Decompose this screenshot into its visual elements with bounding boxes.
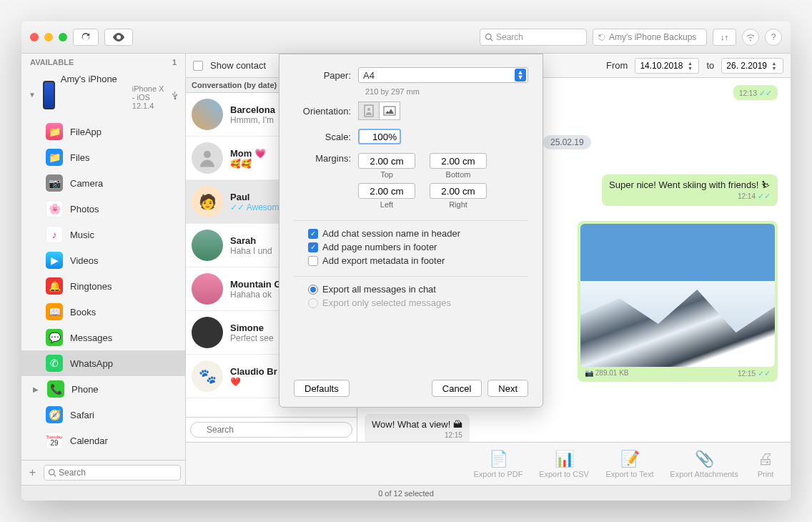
attachment-icon: 📎 — [665, 450, 743, 468]
sidebar-item-fileapp[interactable]: 📁FileApp — [21, 119, 185, 144]
checkbox-icon: ✓ — [308, 229, 318, 239]
read-ticks-icon: ✓✓ — [758, 192, 771, 200]
minimize-window-button[interactable] — [44, 33, 53, 41]
dropdown-icon: ▲▼ — [515, 69, 526, 82]
view-button[interactable] — [104, 29, 133, 46]
radio-label: Export all messages in chat — [322, 284, 436, 295]
fileapp-icon: 📁 — [46, 123, 63, 140]
help-button[interactable]: ? — [765, 29, 782, 46]
device-row[interactable]: ▼ Amy's iPhone iPhone X - iOS 12.1.4 — [21, 71, 185, 119]
footer-label: Print — [748, 470, 783, 478]
defaults-button[interactable]: Defaults — [294, 380, 350, 397]
conv-name: Paul — [230, 192, 284, 202]
sidebar-item-whatsapp[interactable]: ✆WhatsApp — [21, 350, 185, 376]
radio-icon — [308, 298, 318, 308]
wifi-button[interactable] — [742, 29, 759, 46]
message-text: Wow! What a view! 🏔 — [372, 419, 462, 430]
sidebar-item-videos[interactable]: ▶Videos — [21, 247, 185, 273]
toolbar-search[interactable]: Search — [480, 29, 587, 46]
device-name: Amy's iPhone — [61, 74, 167, 84]
conv-preview: Hmmm, I'm — [230, 115, 275, 125]
margin-left-label: Left — [358, 200, 415, 209]
sidebar-header: AVAILABLE — [30, 58, 74, 67]
message-text: Super nice! Went skiing with friends! ⛷ — [609, 179, 771, 190]
margin-bottom-input[interactable] — [430, 153, 487, 169]
disclosure-icon[interactable]: ▶ — [33, 385, 39, 393]
backups-selector[interactable]: Amy's iPhone Backups — [593, 29, 707, 46]
sidebar-item-files[interactable]: 📁Files — [21, 144, 185, 170]
add-button[interactable]: + — [26, 466, 39, 479]
stepper-icon[interactable]: ▲▼ — [770, 61, 778, 71]
maximize-window-button[interactable] — [59, 33, 67, 41]
avatar — [192, 317, 223, 348]
message-time: 12:15 — [372, 431, 462, 439]
sidebar-item-music[interactable]: ♪Music — [21, 222, 185, 247]
margin-right-label: Right — [430, 200, 487, 209]
avatar: 🧑 — [192, 186, 223, 217]
export-csv-button[interactable]: 📊Export to CSV — [533, 450, 595, 478]
margins-label: Margins: — [294, 153, 358, 164]
conv-name: Simone — [230, 322, 274, 333]
sidebar-item-phone[interactable]: ▶📞Phone — [21, 376, 185, 402]
svg-point-0 — [486, 34, 492, 40]
margin-left-input[interactable] — [358, 183, 415, 199]
close-window-button[interactable] — [30, 33, 39, 41]
date-to-input[interactable]: 26. 2.2019▲▼ — [721, 58, 783, 74]
export-attachments-button[interactable]: 📎Export Attachments — [665, 450, 743, 478]
next-button[interactable]: Next — [487, 380, 528, 397]
paper-dimensions: 210 by 297 mm — [365, 87, 528, 96]
sidebar-item-ringtones[interactable]: 🔔Ringtones — [21, 273, 185, 299]
image-message-bubble[interactable]: 📷 289.01 KB 12:15✓✓ — [578, 221, 778, 382]
videos-icon: ▶ — [46, 252, 63, 269]
sidebar-item-calendar[interactable]: Tuesday29Calendar — [21, 428, 185, 453]
sidebar-item-photos[interactable]: 🌸Photos — [21, 196, 185, 222]
orientation-landscape-button[interactable] — [379, 102, 400, 120]
chk-page-numbers[interactable]: ✓Add page numbers in footer — [308, 242, 528, 252]
sidebar-item-safari[interactable]: 🧭Safari — [21, 402, 185, 428]
read-ticks-icon: ✓✓ — [758, 369, 771, 378]
chk-export-metadata[interactable]: Add export metadata in footer — [308, 255, 528, 266]
scale-input[interactable] — [358, 129, 401, 144]
sidebar-item-camera[interactable]: 📷Camera — [21, 170, 185, 196]
stepper-icon[interactable]: ▲▼ — [685, 61, 694, 71]
checkbox-icon — [308, 256, 318, 266]
sidebar-item-books[interactable]: 📖Books — [21, 299, 185, 325]
export-dialog: Paper: A4 ▲▼ 210 by 297 mm Orientation: … — [279, 54, 543, 408]
conv-name: Sarah — [230, 235, 272, 246]
disclosure-triangle-icon[interactable]: ▼ — [29, 91, 36, 99]
backups-label: Amy's iPhone Backups — [609, 32, 696, 42]
status-bar: 0 of 12 selected — [21, 485, 791, 501]
radio-export-all[interactable]: Export all messages in chat — [308, 284, 528, 295]
orientation-portrait-button[interactable] — [358, 102, 380, 120]
margin-right-input[interactable] — [430, 183, 487, 199]
sidebar-search-input[interactable] — [44, 465, 181, 481]
paper-select[interactable]: A4 ▲▼ — [358, 67, 528, 83]
print-button[interactable]: 🖨Print — [748, 450, 783, 478]
date-from-input[interactable]: 14.10.2018▲▼ — [635, 58, 699, 74]
ringtones-icon: 🔔 — [46, 277, 63, 295]
conv-preview: Perfect see — [230, 333, 274, 343]
refresh-button[interactable] — [73, 29, 99, 46]
avatar — [192, 99, 223, 130]
export-text-button[interactable]: 📝Export to Text — [599, 450, 660, 478]
pdf-icon: 📄 — [467, 450, 529, 468]
margin-top-input[interactable] — [358, 153, 415, 169]
conversation-search-input[interactable] — [190, 422, 352, 438]
sidebar-item-messages[interactable]: 💬Messages — [21, 325, 185, 350]
portrait-icon — [364, 104, 374, 117]
chk-session-header[interactable]: ✓Add chat session name in header — [308, 228, 528, 239]
sidebar-count: 1 — [172, 58, 177, 67]
show-contact-checkbox[interactable] — [193, 61, 203, 71]
sidebar-label: WhatsApp — [70, 358, 113, 369]
window-controls — [30, 33, 67, 41]
device-subtitle: iPhone X - iOS 12.1.4 — [132, 84, 167, 110]
cancel-button[interactable]: Cancel — [432, 380, 482, 397]
transfer-button[interactable]: ↓↑ — [713, 29, 736, 46]
show-contact-label: Show contact — [210, 60, 266, 71]
avatar — [192, 142, 223, 174]
refresh-icon — [81, 32, 91, 42]
music-icon: ♪ — [46, 226, 63, 243]
chk-label: Add page numbers in footer — [322, 242, 437, 252]
help-icon: ? — [771, 32, 776, 42]
export-pdf-button[interactable]: 📄Export to PDF — [467, 450, 529, 478]
